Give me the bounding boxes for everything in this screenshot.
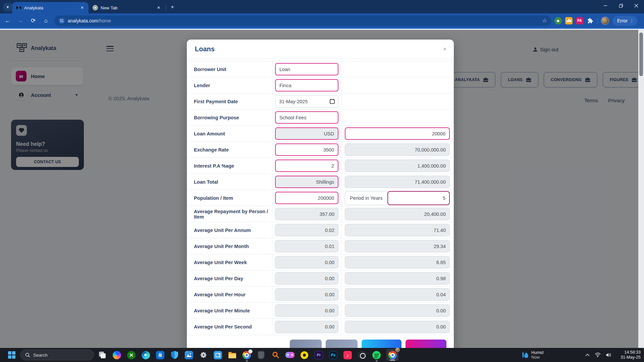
field-label: Loan Amount <box>194 131 225 136</box>
copilot-icon[interactable] <box>112 351 121 360</box>
weather-time: Now <box>531 355 543 360</box>
settings-icon[interactable] <box>199 351 208 360</box>
tab-close-icon[interactable]: ✕ <box>79 5 85 11</box>
period-in-years-label: Period in Years <box>345 191 387 205</box>
file-explorer-icon[interactable] <box>228 351 237 360</box>
tab-title: Analykata <box>24 5 79 10</box>
error-label: Error <box>617 18 628 23</box>
epic-games-icon[interactable] <box>257 351 266 360</box>
reload-icon[interactable]: ⟳ <box>28 16 38 26</box>
clock-date: 31-May-25 <box>621 355 641 360</box>
browser-tab-strip: ▼ Analykata ✕ New Tab ✕ + <box>0 0 644 13</box>
borrowing-purpose-input[interactable] <box>275 111 338 124</box>
calendar-icon[interactable] <box>330 99 335 104</box>
table-row: Average Unit Per Hour <box>187 287 453 303</box>
avg-unit-per-annum-output-2 <box>345 224 450 236</box>
avg-unit-per-minute-output-1 <box>275 304 338 317</box>
tiktok-icon[interactable]: ♪ <box>343 351 352 360</box>
population-item-input[interactable] <box>275 192 338 204</box>
site-settings-icon[interactable] <box>58 17 65 24</box>
table-row: Average Unit Per Month <box>187 238 453 254</box>
extensions-puzzle-icon[interactable] <box>587 17 594 24</box>
close-window-button[interactable] <box>629 0 644 11</box>
green-extension-icon[interactable]: ☻ <box>554 17 562 24</box>
table-row: Average Unit Per Annum <box>187 222 453 238</box>
tab-analykata[interactable]: Analykata ✕ <box>12 2 89 13</box>
period-in-years-input[interactable] <box>387 191 450 205</box>
field-label: Average Unit Per Annum <box>194 228 251 233</box>
interest-rate-input[interactable] <box>275 160 338 172</box>
windows-security-icon[interactable] <box>170 351 179 360</box>
search-placeholder: Search <box>33 353 48 358</box>
address-bar[interactable]: analykata.com/home ☆ <box>54 15 551 26</box>
first-payment-date-input[interactable] <box>275 95 338 108</box>
extensions-row: ☻ PA Error ⋮ <box>554 16 640 26</box>
chrome-active-icon[interactable] <box>386 349 398 361</box>
modal-close-icon[interactable]: × <box>443 46 446 52</box>
table-row: Average Unit Per Day <box>187 270 453 287</box>
restore-button[interactable] <box>613 0 629 11</box>
photoshop-icon[interactable]: Ps <box>329 351 338 360</box>
taskbar-clock[interactable]: 14:58:33 31-May-25 <box>621 348 641 362</box>
avg-unit-per-week-output-1 <box>275 256 338 268</box>
table-row: First Payment Date <box>187 94 453 110</box>
obs-icon[interactable] <box>358 351 367 360</box>
toolbar-separator <box>597 18 598 24</box>
taskbar-weather[interactable]: HumidNow <box>522 348 543 362</box>
chrome-favicon <box>93 5 98 10</box>
table-row: Loan Total <box>187 174 453 190</box>
profile-avatar[interactable] <box>601 17 609 25</box>
premiere-icon[interactable]: Pr <box>314 351 323 360</box>
avg-unit-per-hour-output-2 <box>345 288 450 301</box>
page-scrollbar[interactable] <box>638 30 644 348</box>
game-controller-icon[interactable] <box>285 351 294 360</box>
tray-chevron-up-icon[interactable] <box>585 354 590 356</box>
new-tab-button[interactable]: + <box>168 3 177 11</box>
chart-extension-icon[interactable] <box>565 17 573 24</box>
profile-error-chip[interactable]: Error ⋮ <box>612 16 637 26</box>
tab-close-icon[interactable]: ✕ <box>156 5 162 11</box>
bookmark-star-icon[interactable]: ☆ <box>542 17 547 24</box>
field-label: Borrowing Purpose <box>194 115 239 120</box>
loan-form-table: Borrower Unit Lender First Payment Date <box>187 61 453 335</box>
table-row: Lender <box>187 77 453 94</box>
task-view-icon[interactable] <box>98 351 107 360</box>
home-icon[interactable]: ⌂ <box>41 16 51 26</box>
spotify-icon[interactable] <box>372 351 381 360</box>
start-button[interactable] <box>7 351 16 359</box>
exchange-rate-input[interactable] <box>275 143 338 156</box>
scrollbar-thumb[interactable] <box>639 33 643 76</box>
avg-unit-per-minute-output-2 <box>345 304 450 317</box>
clock-time: 14:58:33 <box>621 350 641 355</box>
loan-total-currency-field <box>275 176 338 188</box>
xbox-icon[interactable] <box>127 351 136 360</box>
browser-menu-icon[interactable]: ⋮ <box>630 18 634 23</box>
tab-search-button[interactable]: ▼ <box>3 3 12 11</box>
tab-new-tab[interactable]: New Tab ✕ <box>89 2 165 13</box>
taskbar-search[interactable]: Search <box>20 350 94 360</box>
microsoft-store-icon[interactable] <box>156 351 165 360</box>
borrower-unit-input[interactable] <box>275 63 338 75</box>
window-controls <box>598 0 644 11</box>
field-label: Average Repayment by Person / Item <box>194 209 272 220</box>
avg-repayment-output-1 <box>275 208 338 220</box>
volume-icon[interactable] <box>606 353 611 357</box>
chrome-avatar-badge <box>395 348 400 352</box>
field-label: Average Unit Per Second <box>194 324 252 329</box>
back-icon[interactable]: ← <box>3 16 13 26</box>
pa-extension-icon[interactable]: PA <box>576 17 583 24</box>
chrome-icon[interactable] <box>242 351 251 360</box>
photos-icon[interactable] <box>184 351 194 360</box>
period-in-years-group: Period in Years <box>345 191 450 205</box>
lender-input[interactable] <box>275 79 338 92</box>
mail-calendar-icon[interactable] <box>213 351 222 360</box>
minimize-button[interactable] <box>598 0 613 11</box>
loan-amount-input[interactable] <box>345 127 450 140</box>
wifi-icon[interactable] <box>595 353 601 357</box>
yellow-ring-icon[interactable] <box>300 351 309 360</box>
field-label: Borrower Unit <box>194 67 226 72</box>
forward-icon[interactable]: → <box>15 16 25 26</box>
table-row: Average Unit Per Minute <box>187 303 453 319</box>
edge-icon[interactable] <box>141 351 150 360</box>
orange-search-icon[interactable] <box>271 351 280 360</box>
